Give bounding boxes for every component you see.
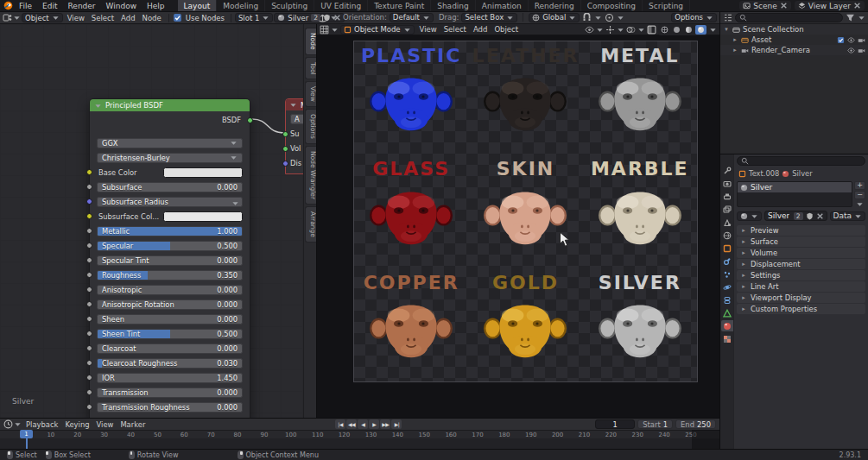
timeline-ruler[interactable]: 1020304050607080901001101201301401501601… xyxy=(0,430,719,438)
timeline-menu-playback[interactable]: Playback xyxy=(22,420,61,429)
input-socket-roughness[interactable] xyxy=(86,272,92,278)
previous-keyframe-button[interactable]: ◀◀ xyxy=(346,419,357,429)
orientation-dropdown[interactable]: Default xyxy=(390,13,434,22)
input-socket-ior[interactable] xyxy=(86,375,92,381)
editor-type-node-icon[interactable] xyxy=(3,13,12,22)
input-socket-transmission[interactable] xyxy=(86,389,92,395)
fake-user-icon[interactable] xyxy=(806,212,814,220)
viewport-menu-select[interactable]: Select xyxy=(440,25,470,34)
param-clearcoat-roughness[interactable]: Clearcoat Roughness0.030 xyxy=(97,358,243,369)
browse-material-button[interactable] xyxy=(737,211,762,221)
options-dropdown[interactable]: Options xyxy=(671,13,717,22)
input-socket-transmission-roughness[interactable] xyxy=(86,404,92,410)
workspace-tab-rendering[interactable]: Rendering xyxy=(529,0,581,11)
material-users-count[interactable]: 2 xyxy=(794,212,803,220)
properties-tab-view-layer[interactable] xyxy=(721,204,733,215)
workspace-tab-sculpting[interactable]: Sculpting xyxy=(265,0,314,11)
material-link-dropdown[interactable]: Data xyxy=(830,211,866,221)
param-anisotropic-rotation[interactable]: Anisotropic Rotation0.000 xyxy=(97,299,243,311)
breadcrumb-material[interactable]: Silver xyxy=(792,169,812,178)
camera-toggle-icon[interactable] xyxy=(858,36,865,44)
param-subsurface-radius[interactable]: Subsurface Radius xyxy=(97,197,243,208)
outliner-row-scene-collection[interactable]: ▾Scene Collection xyxy=(720,24,868,35)
param-transmission-roughness[interactable]: Transmission Roughness0.000 xyxy=(97,402,243,413)
material-sample-gold[interactable]: GOLD xyxy=(468,268,582,381)
sidebar-tab-node-wrangler[interactable]: Node Wrangler xyxy=(305,146,316,205)
add-slot-button[interactable]: + xyxy=(854,181,865,190)
panel-displacement[interactable]: ▸Displacement xyxy=(737,259,865,269)
shader-menu-select[interactable]: Select xyxy=(88,14,117,22)
properties-tab-world[interactable] xyxy=(721,230,733,241)
menu-render[interactable]: Render xyxy=(63,0,101,11)
suzanne-leather[interactable] xyxy=(484,67,567,140)
suzanne-copper[interactable] xyxy=(370,294,453,367)
shading-solid-button[interactable] xyxy=(671,25,682,35)
principled-bsdf-node[interactable]: Principled BSDF BSDFGGXChristensen-Burle… xyxy=(89,98,250,418)
eye-toggle-icon[interactable] xyxy=(847,47,855,54)
breadcrumb-object[interactable]: Text.008 xyxy=(749,169,779,178)
properties-tab-texture[interactable] xyxy=(721,333,733,344)
transform-orientation-icon[interactable] xyxy=(318,13,327,22)
view-layer-unlink-icon[interactable] xyxy=(853,2,861,9)
input-socket-subsurface[interactable] xyxy=(86,184,92,190)
play-button[interactable]: ▶ xyxy=(369,419,379,429)
workspace-tab-animation[interactable]: Animation xyxy=(476,0,529,11)
properties-tab-modifiers[interactable] xyxy=(721,255,733,267)
xray-toggle-icon[interactable] xyxy=(647,25,656,35)
input-socket-metallic[interactable] xyxy=(86,228,92,234)
timeline[interactable]: PlaybackKeyingViewMarker |◀◀◀◀▶▶▶▶| 1 St… xyxy=(0,418,719,449)
panel-surface[interactable]: ▸Surface xyxy=(737,236,865,247)
checkbox-toggle-icon[interactable] xyxy=(837,36,845,44)
material-sample-skin[interactable]: SKIN xyxy=(468,154,582,268)
suzanne-silver[interactable] xyxy=(599,294,681,367)
camera-view[interactable]: PLASTICLEATHERMETALGLASSSKINMARBLECOPPER… xyxy=(353,41,698,382)
collapse-icon[interactable] xyxy=(289,101,297,109)
input-socket-specular[interactable] xyxy=(86,243,92,249)
param-base-color-swatch[interactable] xyxy=(163,167,243,178)
shader-menu-view[interactable]: View xyxy=(64,14,88,22)
panel-volume[interactable]: ▸Volume xyxy=(737,248,865,258)
material-slot-list[interactable]: Silver xyxy=(737,181,852,207)
param-specular[interactable]: Specular0.500 xyxy=(97,241,243,252)
outliner-row-asset[interactable]: ▸Asset xyxy=(720,35,868,45)
timeline-menu-keying[interactable]: Keying xyxy=(61,420,92,429)
next-keyframe-button[interactable]: ▶▶ xyxy=(380,419,390,429)
panel-preview[interactable]: ▸Preview xyxy=(737,225,865,236)
shader-menu-node[interactable]: Node xyxy=(139,14,165,22)
playhead-frame-label[interactable]: 1 xyxy=(20,430,33,438)
menu-edit[interactable]: Edit xyxy=(37,0,62,11)
eye-toggle-icon[interactable] xyxy=(847,36,855,44)
param-metallic[interactable]: Metallic1.000 xyxy=(97,226,243,237)
param-roughness[interactable]: Roughness0.350 xyxy=(97,270,243,281)
overlays-toggle-icon[interactable] xyxy=(626,25,636,35)
disclosure-icon[interactable]: ▸ xyxy=(732,47,738,54)
disclosure-icon[interactable]: ▾ xyxy=(723,26,730,33)
outliner-search-input[interactable] xyxy=(735,13,843,22)
properties-tab-material[interactable] xyxy=(721,320,733,331)
current-frame-field[interactable]: 1 xyxy=(595,419,635,429)
menu-file[interactable]: File xyxy=(14,0,37,11)
panel-line-art[interactable]: ▸Line Art xyxy=(737,281,865,292)
sidebar-tab-view[interactable]: View xyxy=(305,81,316,107)
input-socket-sheen-tint[interactable] xyxy=(86,331,92,337)
panel-settings[interactable]: ▸Settings xyxy=(737,270,865,280)
editor-type-viewport-icon[interactable] xyxy=(320,25,329,35)
shading-wireframe-button[interactable] xyxy=(659,25,670,35)
use-nodes-checkbox[interactable] xyxy=(173,13,182,22)
panel-custom-properties[interactable]: ▸Custom Properties xyxy=(737,304,865,314)
material-sample-silver[interactable]: SILVER xyxy=(583,268,697,381)
camera-toggle-icon[interactable] xyxy=(858,47,865,54)
param-ior[interactable]: IOR1.450 xyxy=(97,373,243,384)
material-sample-glass[interactable]: GLASS xyxy=(354,154,468,268)
editor-type-outliner-icon[interactable] xyxy=(723,13,732,22)
param-subsurface-col-swatch[interactable] xyxy=(163,211,243,222)
suzanne-skin[interactable] xyxy=(484,181,567,254)
node-header[interactable]: Principled BSDF xyxy=(90,99,250,111)
visibility-toggles-icon[interactable] xyxy=(585,25,594,35)
editor-type-timeline-icon[interactable] xyxy=(3,419,13,429)
input-socket-clearcoat[interactable] xyxy=(86,345,92,351)
viewport-3d[interactable]: Object Mode ViewSelectAddObject PLASTICL… xyxy=(316,24,719,418)
sidebar-tab-arrange[interactable]: Arrange xyxy=(305,206,316,243)
menu-window[interactable]: Window xyxy=(101,0,143,11)
subsurface-method-dropdown[interactable]: Christensen-Burley xyxy=(97,153,243,164)
